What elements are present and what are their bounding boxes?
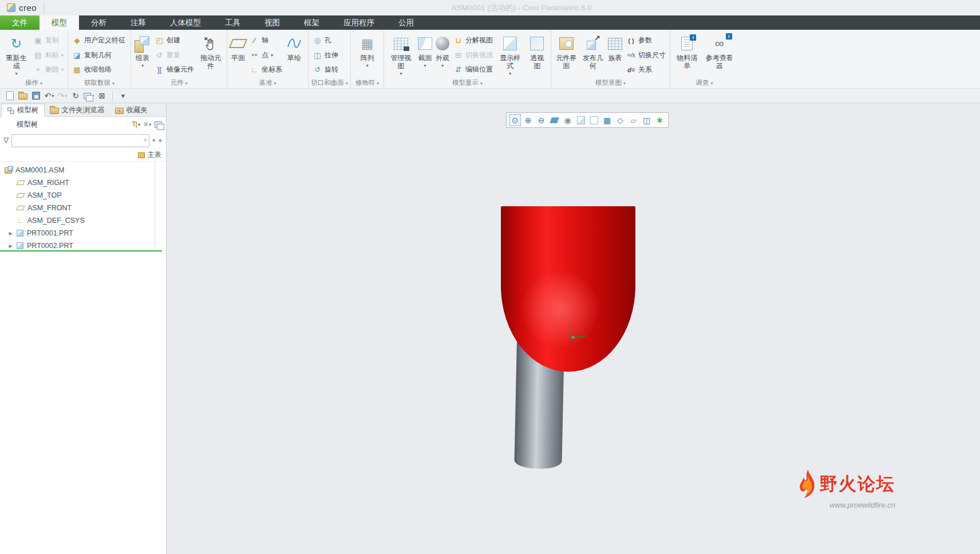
saved-orientations-button[interactable] [588, 114, 600, 126]
group-label-model-display[interactable]: 模型显示 ▾ [384, 78, 551, 87]
render-options-button[interactable]: ∗ [654, 114, 666, 126]
tab-common[interactable]: 公用 [386, 15, 426, 30]
regenerate-manager-button[interactable]: ↻ [70, 90, 81, 102]
tree-filters-button[interactable]: T| ▾ [132, 120, 140, 128]
display-style-button[interactable]: 显示样式 ▾ [495, 33, 525, 77]
tab-folder-browser[interactable]: 文件夹浏览器 [45, 104, 110, 116]
group-label-investigate[interactable]: 调查 ▾ [670, 78, 738, 87]
manage-views-button[interactable]: 管理视图 ▾ [386, 33, 416, 77]
group-label-model-intent[interactable]: 模型意图 ▾ [551, 78, 670, 87]
repeat-button[interactable]: ↺ 重复 [153, 50, 195, 61]
toggle-status-button[interactable]: ⊞ 切换状况 [452, 50, 494, 61]
tree-item-asm-def-csys[interactable]: ∟ ASM_DEF_CSYS [0, 214, 166, 227]
tab-manikin[interactable]: 人体模型 [158, 15, 213, 30]
copy-button[interactable]: ▣ 复制 [32, 35, 65, 46]
display-style-toggle-button[interactable] [575, 114, 587, 126]
expand-arrow-icon[interactable]: ▶ [8, 231, 13, 236]
redo-button[interactable]: ↷▾ [57, 90, 68, 102]
zoom-refit-button[interactable]: ⊙ [509, 114, 521, 126]
open-file-button[interactable] [17, 90, 29, 102]
csys-button[interactable]: ∟ 坐标系 [248, 64, 283, 75]
assemble-button[interactable]: 组装 ▾ [133, 33, 152, 69]
revolve-button[interactable]: ↺ 旋转 [311, 64, 347, 75]
dropdown-arrow-icon: ▾ [149, 122, 151, 127]
view-manager-button[interactable]: ▦ [601, 114, 613, 126]
tab-framework[interactable]: 框架 [292, 15, 331, 30]
edit-position-button[interactable]: ⇵ 编辑位置 [452, 64, 494, 75]
window-manager-button[interactable]: ▾ [83, 90, 94, 102]
tree-filter-input[interactable] [11, 134, 149, 147]
group-label-get-data[interactable]: 获取数据 ▾ [68, 78, 131, 87]
tree-item-asm-top[interactable]: ASM_TOP [0, 189, 166, 202]
point-button[interactable]: ×× 点 ▾ [248, 50, 283, 61]
shrinkwrap-button[interactable]: ▩ 收缩包络 [71, 64, 128, 75]
clear-filter-icon[interactable]: × [143, 136, 147, 144]
button-label: 外观 [436, 54, 449, 62]
create-button[interactable]: ◰ 创建 [153, 35, 195, 46]
delete-button[interactable]: × 删除 ▾ [32, 64, 65, 75]
add-filter-button[interactable]: + [158, 136, 163, 145]
family-table-button[interactable]: 族表 [606, 33, 624, 63]
parameters-button[interactable]: ( ) 参数 [625, 35, 667, 46]
group-label-operations[interactable]: 操作 ▾ [0, 78, 68, 87]
exploded-view-button[interactable]: ⊔ 分解视图 [452, 35, 494, 46]
group-label-datum[interactable]: 基准 ▾ [227, 78, 308, 87]
tab-favorites[interactable]: ✶ 收藏夹 [110, 104, 153, 116]
button-label: 镜像元件 [167, 65, 194, 74]
tab-analysis[interactable]: 分析 [79, 15, 118, 30]
tree-item-asm-front[interactable]: ASM_FRONT [0, 202, 166, 214]
zoom-out-button[interactable]: ⊖ [535, 114, 547, 126]
reference-viewer-button[interactable]: ∞i 参考查看器 [702, 33, 737, 71]
repaint-button[interactable] [548, 114, 560, 126]
sketch-button[interactable]: 草绘 [284, 33, 304, 63]
hole-button[interactable]: ◎ 孔 [311, 35, 347, 46]
spin-center-button[interactable]: ◉ [562, 114, 574, 126]
expand-arrow-icon[interactable]: ▶ [8, 243, 13, 249]
group-label-cuts-surfaces[interactable]: 切口和曲面 ▾ [309, 78, 350, 87]
relations-button[interactable]: d= 关系 [625, 64, 667, 75]
appearance-button[interactable]: 外观 ▾ [434, 33, 451, 69]
group-label-modifiers[interactable]: 修饰符 ▾ [351, 78, 384, 87]
tab-applications[interactable]: 应用程序 [331, 15, 386, 30]
axis-button[interactable]: ∕ 轴 [248, 35, 283, 46]
udf-button[interactable]: ◆ 用户定义特征 [71, 35, 128, 46]
plane-button[interactable]: 平面 [229, 33, 247, 63]
tree-columns-button[interactable]: ≡ ▾ [144, 120, 151, 128]
tab-file[interactable]: 文件 [0, 15, 39, 30]
tab-annotate[interactable]: 注释 [118, 15, 158, 30]
filter-dropdown-arrow-icon[interactable]: ▾ [152, 137, 155, 143]
paste-button[interactable]: ▤ 粘贴 ▾ [32, 50, 65, 61]
extrude-button[interactable]: ◫ 拉伸 [311, 50, 347, 61]
perspective-button[interactable]: 透视图 [525, 33, 549, 71]
zoom-in-button[interactable]: ⊕ [522, 114, 534, 126]
tree-display-button[interactable] [155, 121, 162, 128]
mirror-component-button[interactable]: ][ 镜像元件 [153, 64, 195, 75]
display-settings-button[interactable]: ◫ [641, 114, 653, 126]
undo-button[interactable]: ↶▾ [44, 90, 55, 102]
customize-toolbar-button[interactable]: ▼ [117, 90, 129, 102]
tree-item-assembly[interactable]: ASM0001.ASM [0, 164, 166, 176]
tree-item-prt0001[interactable]: ▶ PRT0001.PRT [0, 227, 166, 239]
tab-model[interactable]: 模型 [39, 15, 79, 30]
tab-model-tree[interactable]: 模型树 [1, 104, 45, 117]
close-window-button[interactable]: ⊠ [96, 90, 108, 102]
component-interface-button[interactable]: 元件界面 [553, 33, 580, 71]
new-file-button[interactable] [4, 90, 15, 102]
publish-geometry-button[interactable]: 发布几何 [580, 33, 607, 71]
tab-view[interactable]: 视图 [252, 15, 292, 30]
section-button[interactable]: 截面 ▾ [416, 33, 434, 69]
refit-icon: ⊙ [512, 116, 519, 125]
perspective-toggle-button[interactable]: ◇ [614, 114, 626, 126]
pattern-button[interactable]: ▦ 阵列 ▾ [359, 33, 376, 69]
annotations-display-button[interactable]: ▱ [627, 114, 639, 126]
tree-item-asm-right[interactable]: ASM_RIGHT [0, 176, 166, 189]
model-part-red-body[interactable] [501, 206, 635, 372]
toggle-dimensions-button[interactable]: ¹⁵⁄x 切换尺寸 [625, 50, 667, 61]
bom-button[interactable]: i 物料清单 [672, 33, 702, 71]
group-label-component[interactable]: 元件 ▾ [131, 78, 227, 87]
drag-component-button[interactable]: 拖动元件 [196, 33, 225, 71]
regenerate-button[interactable]: ↻ 重新生成 ▾ [2, 33, 31, 77]
tab-tools[interactable]: 工具 [213, 15, 252, 30]
copy-geometry-button[interactable]: ◪ 复制几何 [71, 50, 128, 61]
save-button[interactable] [30, 90, 42, 102]
